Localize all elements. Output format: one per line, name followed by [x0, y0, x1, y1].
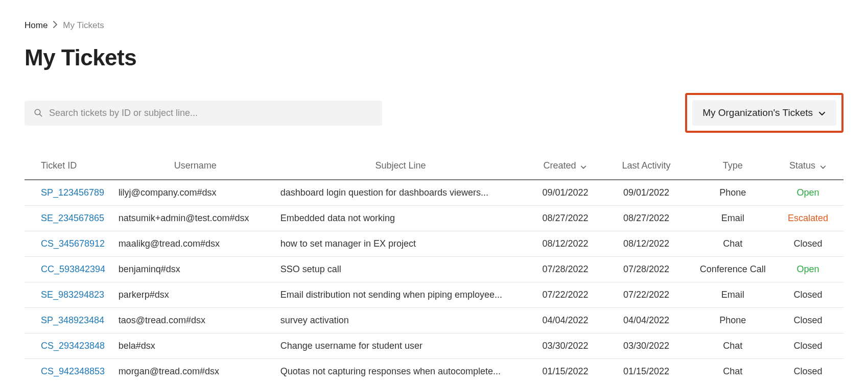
cell-username: bela#dsx: [114, 333, 276, 359]
cell-status: Open: [779, 180, 843, 206]
ticket-id-link[interactable]: SE_983294823: [41, 290, 104, 300]
cell-username: taos@tread.com#dsx: [114, 308, 276, 333]
ticket-id-link[interactable]: SP_348923484: [41, 315, 104, 325]
filter-highlight-box: My Organization's Tickets: [685, 93, 843, 133]
cell-status: Closed: [779, 308, 843, 333]
toolbar: My Organization's Tickets: [25, 93, 843, 133]
table-row[interactable]: CS_345678912maalikg@tread.com#dsxhow to …: [25, 231, 843, 257]
cell-last-activity: 04/04/2022: [606, 308, 687, 333]
table-row[interactable]: CS_942348853morgan@tread.com#dsxQuotas n…: [25, 359, 843, 384]
cell-status: Closed: [779, 333, 843, 359]
cell-username: morgan@tread.com#dsx: [114, 359, 276, 384]
cell-status: Closed: [779, 282, 843, 308]
cell-type: Phone: [687, 308, 779, 333]
ticket-id-link[interactable]: CS_942348853: [41, 366, 105, 376]
cell-created: 09/01/2022: [525, 180, 606, 206]
cell-subject: Email distribution not sending when pipi…: [276, 282, 525, 308]
cell-type: Chat: [687, 231, 779, 257]
cell-subject: how to set manager in EX project: [276, 231, 525, 257]
tickets-table: Ticket ID Username Subject Line Created …: [25, 153, 843, 383]
cell-type: Email: [687, 206, 779, 231]
col-header-status[interactable]: Status: [779, 153, 843, 180]
table-row[interactable]: SP_123456789lilyj@company.com#dsxdashboa…: [25, 180, 843, 206]
cell-username: parkerp#dsx: [114, 282, 276, 308]
cell-last-activity: 09/01/2022: [606, 180, 687, 206]
col-header-username[interactable]: Username: [114, 153, 276, 180]
cell-type: Phone: [687, 180, 779, 206]
filter-dropdown[interactable]: My Organization's Tickets: [692, 100, 836, 126]
col-header-ticket-id[interactable]: Ticket ID: [25, 153, 114, 180]
search-icon: [34, 108, 43, 117]
search-input[interactable]: [49, 108, 373, 118]
col-header-created[interactable]: Created: [525, 153, 606, 180]
cell-status: Open: [779, 257, 843, 282]
cell-status: Closed: [779, 231, 843, 257]
cell-status: Closed: [779, 359, 843, 384]
cell-subject: survey activation: [276, 308, 525, 333]
ticket-id-link[interactable]: CS_345678912: [41, 238, 105, 249]
cell-last-activity: 01/15/2022: [606, 359, 687, 384]
ticket-id-link[interactable]: CC_593842394: [41, 264, 105, 274]
cell-last-activity: 08/27/2022: [606, 206, 687, 231]
breadcrumb-home[interactable]: Home: [25, 20, 48, 31]
cell-subject: Embedded data not working: [276, 206, 525, 231]
breadcrumb-current: My Tickets: [63, 20, 104, 31]
ticket-id-link[interactable]: SP_123456789: [41, 187, 104, 198]
cell-created: 03/30/2022: [525, 333, 606, 359]
filter-label: My Organization's Tickets: [702, 107, 813, 118]
chevron-down-icon: [580, 162, 587, 170]
cell-subject: Change username for student user: [276, 333, 525, 359]
ticket-id-link[interactable]: CS_293423848: [41, 341, 105, 351]
cell-username: lilyj@company.com#dsx: [114, 180, 276, 206]
chevron-right-icon: [53, 20, 58, 31]
table-row[interactable]: CC_593842394benjaminq#dsxSSO setup call0…: [25, 257, 843, 282]
cell-last-activity: 07/22/2022: [606, 282, 687, 308]
cell-type: Conference Call: [687, 257, 779, 282]
cell-username: natsumik+admin@test.com#dsx: [114, 206, 276, 231]
svg-line-1: [39, 114, 42, 116]
cell-username: maalikg@tread.com#dsx: [114, 231, 276, 257]
cell-last-activity: 07/28/2022: [606, 257, 687, 282]
cell-subject: Quotas not capturing responses when auto…: [276, 359, 525, 384]
cell-created: 08/12/2022: [525, 231, 606, 257]
cell-created: 01/15/2022: [525, 359, 606, 384]
cell-type: Chat: [687, 359, 779, 384]
col-header-subject[interactable]: Subject Line: [276, 153, 525, 180]
cell-last-activity: 03/30/2022: [606, 333, 687, 359]
breadcrumb: Home My Tickets: [25, 20, 843, 31]
table-row[interactable]: SE_983294823parkerp#dsxEmail distributio…: [25, 282, 843, 308]
cell-created: 07/22/2022: [525, 282, 606, 308]
table-row[interactable]: CS_293423848bela#dsxChange username for …: [25, 333, 843, 359]
cell-created: 04/04/2022: [525, 308, 606, 333]
chevron-down-icon: [818, 109, 826, 117]
cell-subject: SSO setup call: [276, 257, 525, 282]
cell-last-activity: 08/12/2022: [606, 231, 687, 257]
col-header-last-activity[interactable]: Last Activity: [606, 153, 687, 180]
cell-created: 08/27/2022: [525, 206, 606, 231]
ticket-id-link[interactable]: SE_234567865: [41, 213, 104, 223]
table-row[interactable]: SP_348923484taos@tread.com#dsxsurvey act…: [25, 308, 843, 333]
cell-created: 07/28/2022: [525, 257, 606, 282]
cell-status: Escalated: [779, 206, 843, 231]
search-wrap[interactable]: [25, 101, 382, 126]
col-header-type[interactable]: Type: [687, 153, 779, 180]
page-title: My Tickets: [25, 45, 843, 70]
cell-type: Email: [687, 282, 779, 308]
chevron-down-icon: [819, 162, 827, 170]
table-row[interactable]: SE_234567865natsumik+admin@test.com#dsxE…: [25, 206, 843, 231]
cell-subject: dashboard login question for dashboards …: [276, 180, 525, 206]
cell-username: benjaminq#dsx: [114, 257, 276, 282]
cell-type: Chat: [687, 333, 779, 359]
